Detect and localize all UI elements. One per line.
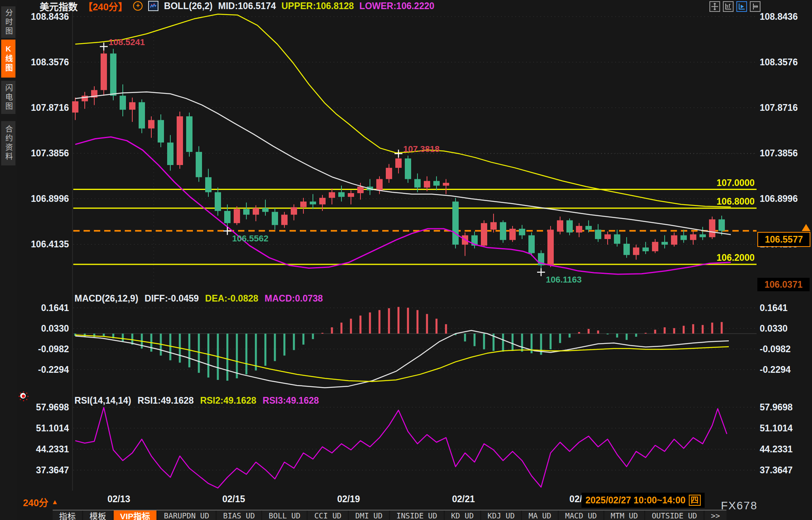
tab-bias_ud[interactable]: BIAS_UD [217,511,261,520]
macd-histogram-bar [464,334,466,342]
macd-histogram-bar [702,325,704,334]
macd-diff-value: DIFF:-0.0459 [145,293,199,304]
sidebar-item-contract-info[interactable]: 合约资料 [1,121,15,165]
period-selector[interactable]: 240分 ▲ [23,495,58,509]
sr-level-label: 106.8000 [709,196,755,207]
indicator-tab-bar: 指标模板VIP指标BARUPDN_UDBIAS_UDBOLL_UDCCI_UDD… [53,510,726,520]
tab-barupdn_ud[interactable]: BARUPDN_UD [158,511,215,520]
price-axis-label: 108.8436 [25,11,69,22]
period-tag[interactable]: 【240分】 [83,0,128,13]
price-axis-label: 107.3856 [760,148,803,159]
axis-shift-icon[interactable] [750,1,761,12]
rsi2-value: RSI2:49.1628 [200,395,256,406]
tab-inside_ud[interactable]: INSIDE_UD [390,511,444,520]
macd-histogram-bar [227,334,229,381]
macd-histogram-bar [578,332,580,334]
macd-axis-label: -0.0982 [760,344,803,355]
macd-header: MACD(26,12,9) DIFF:-0.0459 DEA:-0.0828 M… [74,293,323,304]
tab-outside_ud[interactable]: OUTSIDE_UD [645,511,703,520]
add-compare-icon[interactable]: + [133,1,143,11]
macd-axis-label: 0.0330 [760,323,803,334]
macd-histogram-bar [284,334,286,356]
macd-histogram-bar [550,334,552,349]
macd-histogram-bar [265,334,267,366]
sidebar-item-flash-chart[interactable]: 闪电图 [1,81,15,114]
rsi-line [75,408,727,488]
macd-histogram-bar [436,319,438,334]
x-axis-tick-label: 02/15 [206,494,261,505]
tab-ma_ud[interactable]: MA_UD [522,511,557,520]
tab--[interactable]: 模板 [83,511,112,520]
macd-histogram-bar [664,327,666,334]
tab-kd_ud[interactable]: KD_UD [445,511,480,520]
sr-level-label: 107.0000 [709,178,755,188]
price-axis-label: 106.4135 [25,239,69,250]
rsi-axis-label: 57.9698 [760,402,803,413]
macd-histogram-bar [607,334,609,334]
rsi-axis-label: 37.3647 [25,465,69,476]
macd-histogram-bar [597,330,599,334]
bar-time-range: 2025/02/27 10:00~14:00 [585,495,686,506]
macd-histogram-bar [246,334,248,374]
tab-dmi_ud[interactable]: DMI_UD [349,511,389,520]
macd-histogram-bar [312,334,314,339]
macd-histogram-bar [170,334,172,360]
price-axis-label: 107.8716 [760,102,803,113]
pan-crosshair-icon[interactable] [709,1,720,12]
macd-dea-value: DEA:-0.0828 [205,293,258,304]
macd-histogram-bar [559,334,561,343]
tab-cci_ud[interactable]: CCI_UD [308,511,348,520]
macd-histogram-bar [645,333,647,334]
macd-histogram-bar [512,334,514,351]
sr-level-label: 106.2000 [709,252,755,263]
macd-histogram-bar [721,322,723,334]
chart-header: 美元指数 【240分】 + BOLL(26,2) MID:106.5174 UP… [40,0,435,12]
tab--[interactable]: 指标 [53,511,82,520]
tab-vip-[interactable]: VIP指标 [114,511,156,520]
tab-macd_ud[interactable]: MACD_UD [559,511,603,520]
boll-upper-value: UPPER:106.8128 [281,1,354,11]
red-alarm-sun-icon[interactable] [18,391,29,401]
chart-canvas[interactable]: 108.5241107.3818106.5562106.1163 [0,0,812,520]
macd-histogram-bar [711,323,713,334]
chart-type-sidebar: 分时图 K线图 闪电图 合约资料 [0,0,17,520]
axis-bars-icon[interactable] [723,1,734,12]
macd-histogram-bar [616,334,618,338]
sidebar-item-timeline-chart[interactable]: 分时图 [1,6,15,38]
macd-macd-value: MACD:0.0738 [265,293,323,304]
macd-axis-label: 0.1641 [760,303,803,313]
macd-histogram-bar [236,334,238,378]
macd-histogram-bar [588,329,590,334]
macd-histogram-bar [331,327,333,334]
tab->>[interactable]: >> [705,511,726,520]
watermark: FX678 [721,499,758,512]
sidebar-item-label: 分时图 [3,9,14,36]
swing-price-annotation: 106.5562 [232,233,269,243]
price-axis-label: 108.8436 [760,11,803,22]
session-low-box: 106.0371 [757,278,810,291]
x-axis-tick-label: 02/19 [321,494,376,505]
tab-kdj_ud[interactable]: KDJ_UD [481,511,521,520]
macd-histogram-bar [569,334,571,338]
tab-mtm_ud[interactable]: MTM_UD [604,511,644,520]
sidebar-item-candle-chart[interactable]: K线图 [1,40,15,78]
tab-boll_ud[interactable]: BOLL_UD [262,511,307,520]
macd-title: MACD(26,12,9) [74,293,138,304]
rsi3-value: RSI3:49.1628 [263,395,319,406]
axis-play-icon[interactable] [736,1,747,12]
line-chart-icon[interactable] [148,1,158,11]
macd-histogram-bar [379,310,381,334]
boll-upper-line [75,14,731,207]
macd-histogram-bar [255,334,257,370]
price-axis-label: 107.3856 [25,148,69,159]
macd-histogram-bar [198,334,200,373]
x-axis-tick-label: 02/13 [91,494,147,505]
macd-histogram-bar [369,313,371,334]
macd-histogram-bar [122,334,124,342]
boll-lower-value: LOWER:106.2220 [359,1,434,11]
macd-histogram-bar [93,334,95,337]
boll-params-label: BOLL(26,2) [164,1,213,11]
period-label: 240分 [23,495,48,509]
price-axis-label: 107.8716 [25,102,69,113]
boll-mid-line [75,92,731,235]
